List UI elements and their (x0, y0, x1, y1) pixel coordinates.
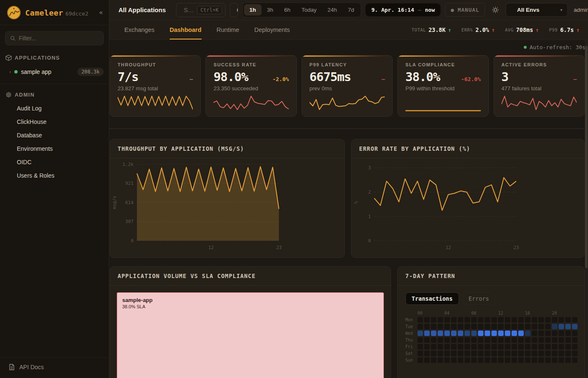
heatmap-cell (424, 357, 430, 363)
svg-text:1.2k: 1.2k (123, 162, 134, 167)
svg-text:0: 0 (368, 238, 371, 244)
sidebar-item-database[interactable]: Database (0, 129, 109, 142)
manual-refresh-button[interactable]: ● MANUAL (445, 3, 485, 17)
kpi-label: SLA COMPLIANCE (405, 62, 480, 67)
heatmap-cell (465, 324, 470, 329)
global-search[interactable]: S… Ctrl+K (176, 3, 226, 17)
main-area: All Applications S… Ctrl+K O 1h3h6hToday… (109, 0, 588, 378)
sidebar-header: Cameleer69dcce2 « (0, 0, 109, 25)
heatmap-day-label: Thu (405, 337, 416, 343)
sidebar-footer[interactable]: API Docs (0, 357, 109, 378)
tab-dashboard[interactable]: Dashboard (170, 20, 202, 39)
sidebar-item-clickhouse[interactable]: ClickHouse (0, 116, 109, 128)
heatmap-cell (458, 317, 463, 323)
heatmap-cell (431, 337, 436, 343)
treemap-tile-sample-app[interactable]: sample-app 38.0% SLA (117, 292, 384, 378)
sidebar-item-oidc[interactable]: OIDC (0, 156, 109, 168)
tab-runtime[interactable]: Runtime (217, 20, 239, 39)
time-range-today[interactable]: Today (296, 4, 322, 16)
kpi-subtitle: prev 0ms (310, 85, 385, 92)
admin-section-label: ADMIN (15, 92, 34, 98)
time-range-6h[interactable]: 6h (279, 4, 296, 16)
heatmap-cell (431, 324, 436, 329)
heatmap-cell (538, 331, 544, 336)
tab-deployments[interactable]: Deployments (255, 20, 290, 39)
throughput-chart-card: THROUGHPUT BY APPLICATION (MSG/S) 030761… (110, 139, 345, 258)
sidebar-collapse-button[interactable]: « (99, 9, 103, 16)
heatmap-cell (532, 317, 537, 323)
svg-text:12: 12 (446, 245, 451, 250)
sun-icon (492, 6, 499, 13)
heatmap-hour-label (431, 311, 436, 316)
heatmap-cell (538, 337, 544, 343)
toggle-transactions[interactable]: Transactions (405, 292, 459, 305)
kpi-subtitle: 23.827 msg total (118, 85, 193, 92)
sidebar-item-audit-log[interactable]: Audit Log (0, 102, 109, 115)
tab-bar: ExchangesDashboardRuntimeDeployments TOT… (109, 20, 588, 40)
time-range-7d[interactable]: 7d (342, 4, 360, 16)
heatmap-hour-label (465, 311, 470, 316)
stat-label: TOTAL (412, 27, 426, 32)
applications-section-header: APPLICATIONS (0, 47, 109, 64)
kpi-label: SUCCESS RATE (213, 62, 289, 67)
heatmap-cell (478, 337, 483, 343)
filter-input[interactable] (19, 35, 99, 42)
sidebar-item-sample-app[interactable]: › sample app 208.3k (0, 64, 109, 79)
kpi-delta: -2.0% (273, 76, 289, 82)
date-start: 9. Apr. 16:14 (371, 7, 414, 13)
kpi-accent-bar (110, 55, 200, 57)
trend-arrow-icon: ↑ (576, 27, 580, 33)
kpi-label: ACTIVE ERRORS (501, 62, 577, 67)
charts-row: THROUGHPUT BY APPLICATION (MSG/S) 030761… (109, 129, 588, 258)
toggle-errors[interactable]: Errors (462, 292, 496, 305)
heatmap-cell (532, 331, 537, 336)
online-status-button[interactable]: O (230, 3, 238, 17)
heatmap-cell (552, 317, 557, 323)
date-range-display[interactable]: 9. Apr. 16:14 – now (365, 3, 441, 16)
kpi-card-throughput[interactable]: THROUGHPUT7/s–23.827 msg total (110, 55, 201, 117)
heatmap-cell (424, 337, 430, 343)
trend-arrow-icon: ↑ (491, 27, 495, 33)
seven-day-pattern-card: 7-DAY PATTERN TransactionsErrors 0004081… (397, 266, 585, 378)
kpi-delta: – (381, 76, 385, 82)
heatmap-cell (478, 324, 483, 329)
heatmap-cell (518, 344, 524, 349)
heatmap-cell (491, 344, 497, 349)
kpi-subtitle: 23.350 succeeded (213, 85, 289, 92)
theme-toggle-button[interactable] (489, 4, 501, 16)
scrollbar-thumb[interactable] (585, 46, 588, 268)
heatmap-corner (405, 311, 416, 316)
heatmap-cell (485, 344, 490, 349)
auto-refresh-dot (524, 46, 527, 49)
scrollbar-track[interactable] (585, 40, 588, 378)
heatmap-cell (552, 331, 557, 336)
heatmap-day-label: Sat (405, 351, 416, 356)
throughput-chart: 03076149211.2k1223msg/s (110, 158, 337, 256)
api-docs-link[interactable]: API Docs (19, 364, 44, 370)
heatmap-cell (491, 324, 497, 329)
kpi-card-active-errors[interactable]: ACTIVE ERRORS3–477 failures total (494, 55, 585, 117)
stat-label: AVG (505, 27, 513, 32)
time-range-1h[interactable]: 1h (244, 4, 262, 16)
sidebar-item-users-roles[interactable]: Users & Roles (0, 169, 109, 182)
environment-select[interactable]: All Envs ▾ (506, 3, 568, 17)
stat-value: 708ms (516, 26, 533, 33)
heatmap-cell (559, 331, 564, 336)
time-range-24h[interactable]: 24h (322, 4, 343, 16)
date-separator: – (418, 7, 421, 13)
heatmap-cell (458, 351, 463, 356)
kpi-card-success-rate[interactable]: SUCCESS RATE98.0%-2.0%23.350 succeeded (205, 55, 297, 117)
sidebar-item-environments[interactable]: Environments (0, 142, 109, 155)
heatmap-cell (478, 357, 483, 363)
kpi-card-sla-compliance[interactable]: SLA COMPLIANCE38.0%-62.0%P99 within thre… (397, 55, 488, 117)
heatmap-hour-label (505, 311, 510, 316)
svg-text:msg/s: msg/s (112, 196, 117, 209)
tab-exchanges[interactable]: Exchanges (124, 20, 155, 39)
heatmap-cell (565, 317, 571, 323)
kpi-delta: – (190, 76, 193, 82)
kpi-card-p99-latency[interactable]: P99 LATENCY6675ms–prev 0ms (302, 55, 393, 117)
trend-arrow-icon: ↑ (448, 27, 452, 33)
stat-err: ERR%2.0%↑ (462, 26, 495, 33)
heatmap-cell (525, 317, 530, 323)
time-range-3h[interactable]: 3h (262, 4, 279, 16)
